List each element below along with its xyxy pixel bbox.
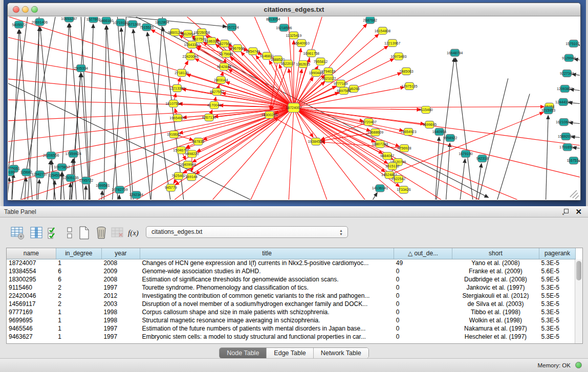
network-window-titlebar[interactable]: citations_edges.txt — [8, 3, 580, 16]
column-header-pagerank[interactable]: pagerank — [539, 248, 576, 259]
citation-edge-red[interactable] — [287, 107, 294, 200]
citation-edge-red[interactable] — [203, 107, 294, 140]
column-header-year[interactable]: year — [101, 248, 140, 259]
citation-edge-red[interactable] — [195, 59, 294, 108]
tab-network-table[interactable]: Network Table — [314, 348, 368, 358]
delete-trash-icon[interactable] — [94, 226, 108, 240]
citation-edge-black[interactable] — [473, 164, 482, 200]
citation-edge-black[interactable] — [69, 183, 71, 200]
column-header-title[interactable]: title — [140, 248, 394, 259]
citation-edge-red[interactable] — [294, 34, 379, 108]
graph-node-yellow[interactable]: 11325419 — [286, 32, 302, 39]
table-row[interactable]: 911546021997Tourette syndrome. Phenomeno… — [7, 283, 576, 292]
network-canvas[interactable]: 1872400798601288912954182260589827509818… — [8, 17, 580, 200]
graph-node-yellow[interactable]: 18107554 — [165, 100, 181, 107]
citation-edge-black[interactable] — [493, 94, 530, 200]
graph-node-yellow[interactable]: 1916682 — [167, 131, 181, 138]
table-row[interactable]: 977716911998Corpus callosum shape and si… — [7, 308, 576, 316]
graph-node-teal[interactable]: 8813054 — [266, 17, 280, 23]
table-row[interactable]: 969969511998Structural magnetic resonanc… — [7, 316, 576, 324]
function-fx-icon[interactable]: f(x) — [128, 229, 142, 243]
table-row[interactable]: 1938455462009Genome-wide association stu… — [7, 267, 576, 275]
table-row[interactable]: 1456911722003Disruption of a novel membe… — [7, 300, 576, 308]
memory-ok-indicator-icon[interactable] — [575, 362, 582, 368]
new-table-icon[interactable] — [77, 226, 91, 240]
graph-node-teal[interactable]: 15751074 — [565, 40, 580, 47]
graph-node-teal[interactable]: 12444195 — [555, 98, 571, 105]
graph-node-yellow[interactable]: 12213967 — [384, 39, 400, 47]
graph-node-teal[interactable]: 9129946 — [562, 54, 576, 61]
graph-node-teal[interactable]: 2505334 — [74, 64, 89, 72]
graph-node-teal[interactable]: 1292344 — [129, 191, 144, 199]
select-all-check-icon[interactable] — [46, 226, 60, 240]
citation-edge-red[interactable] — [132, 107, 294, 200]
citation-edge-black[interactable] — [8, 178, 9, 200]
citation-edge-black[interactable] — [106, 26, 119, 200]
graph-node-teal[interactable]: 6466160 — [99, 17, 114, 24]
column-header-short[interactable]: short — [452, 248, 539, 259]
citation-edge-red[interactable] — [8, 107, 294, 145]
scrollbar-thumb[interactable] — [576, 261, 581, 280]
table-row[interactable]: 946554611997Estimation of the future num… — [7, 324, 576, 333]
table-selector-dropdown[interactable]: citations_edges.txt ▲▼ — [146, 226, 348, 238]
graph-node-teal[interactable]: 1154519 — [48, 172, 62, 179]
graph-node-teal[interactable]: 1099581 — [96, 182, 110, 189]
graph-node-teal[interactable]: 14136141 — [372, 185, 388, 192]
graph-node-teal[interactable]: 16648784 — [447, 49, 463, 56]
graph-node-teal[interactable]: 12093822 — [557, 85, 573, 92]
graph-node-yellow[interactable]: 9860128 — [168, 29, 182, 36]
graph-node-teal[interactable]: 10653287 — [61, 17, 77, 22]
graph-node-teal[interactable]: 9958922 — [443, 135, 458, 142]
citation-edge-black[interactable] — [574, 59, 580, 67]
hub-graph-node-yellow[interactable]: 18724007 — [286, 103, 301, 112]
graph-node-teal[interactable]: 19218596 — [276, 24, 292, 31]
graph-node-teal[interactable]: 1795722 — [79, 177, 94, 184]
graph-node-yellow[interactable]: 2803144 — [214, 76, 228, 83]
graph-node-yellow[interactable]: 9242848 — [217, 63, 231, 70]
citation-edge-red[interactable] — [8, 107, 294, 122]
citation-edge-red[interactable] — [294, 107, 421, 110]
graph-node-teal[interactable]: 10975857 — [54, 164, 70, 171]
tab-node-table[interactable]: Node Table — [220, 348, 267, 358]
window-resize-grip[interactable] — [570, 190, 579, 199]
graph-node-teal[interactable]: 16210643 — [556, 119, 572, 126]
table-row[interactable]: 1872400712008Changes of HCN gene express… — [7, 259, 576, 267]
graph-node-yellow[interactable]: 16640910 — [293, 39, 309, 47]
float-panel-icon[interactable]: ↙ — [562, 209, 569, 215]
citation-edge-red[interactable] — [389, 112, 543, 175]
citation-edge-red[interactable] — [321, 142, 404, 148]
graph-node-yellow[interactable]: 8186328 — [205, 37, 219, 45]
graph-node-teal[interactable]: 5405572 — [12, 21, 26, 28]
close-panel-icon[interactable]: ✕ — [575, 207, 582, 216]
citation-edge-black[interactable] — [24, 178, 26, 200]
citation-edge-black[interactable] — [572, 74, 580, 81]
graph-node-yellow[interactable]: 10688609 — [367, 129, 383, 136]
graph-node-yellow[interactable]: 945779 — [165, 184, 177, 191]
column-header-in_degree[interactable]: in_degree — [56, 248, 101, 259]
graph-node-teal[interactable]: 39199 — [8, 169, 15, 176]
citation-edge-red[interactable] — [294, 107, 580, 200]
column-header-out_de[interactable]: △ out_de... — [394, 248, 452, 259]
graph-node-yellow[interactable]: 16154808 — [375, 27, 390, 34]
graph-node-teal[interactable]: 1679190 — [459, 150, 473, 158]
citation-edge-black[interactable] — [349, 192, 377, 200]
graph-node-yellow[interactable]: 7955812 — [314, 58, 328, 65]
graph-node-yellow[interactable]: 17975135 — [401, 82, 417, 90]
citation-edge-red[interactable] — [8, 30, 294, 107]
citation-edge-black[interactable] — [458, 159, 465, 200]
graph-node-yellow[interactable]: 16961758 — [303, 50, 319, 57]
row-height-icon[interactable] — [62, 226, 77, 240]
graph-node-yellow[interactable]: 7625402 — [171, 172, 186, 180]
graph-node-teal[interactable]: 942318 — [476, 155, 489, 162]
graph-node-teal[interactable]: 2687682 — [363, 17, 378, 24]
table-vertical-scrollbar[interactable] — [575, 259, 582, 343]
citation-edge-red[interactable] — [184, 107, 294, 200]
graph-node-yellow[interactable]: 12213389 — [169, 84, 185, 92]
tab-edge-table[interactable]: Edge Table — [267, 348, 313, 358]
show-columns-icon[interactable] — [29, 226, 43, 240]
graph-node-teal[interactable]: 9227343 — [560, 70, 574, 77]
graph-node-yellow[interactable]: 8454749 — [246, 48, 260, 55]
graph-node-yellow[interactable]: 4170049 — [207, 101, 222, 108]
graph-node-yellow[interactable]: 19654903 — [169, 115, 185, 122]
graph-node-teal[interactable]: 1812804 — [155, 18, 169, 26]
